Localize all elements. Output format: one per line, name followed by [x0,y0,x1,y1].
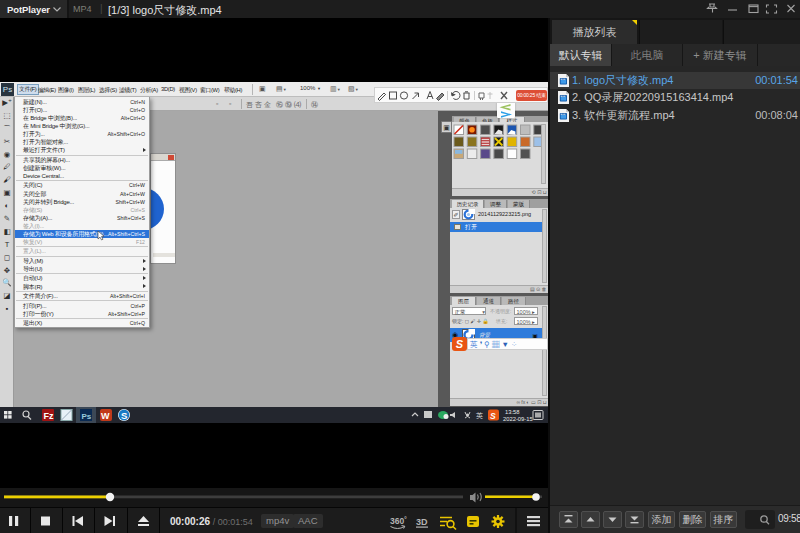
svg-text:S: S [121,410,127,421]
svg-text:3D: 3D [416,517,428,527]
svg-text:英: 英 [476,412,483,420]
svg-text:S: S [490,411,496,421]
svg-text:2022-09-15: 2022-09-15 [503,416,533,422]
svg-text:360˚: 360˚ [390,516,407,526]
svg-text:Ps: Ps [82,412,92,421]
svg-text:Fz: Fz [44,411,54,421]
svg-text:13:58: 13:58 [505,409,520,415]
svg-text:W: W [101,411,110,421]
